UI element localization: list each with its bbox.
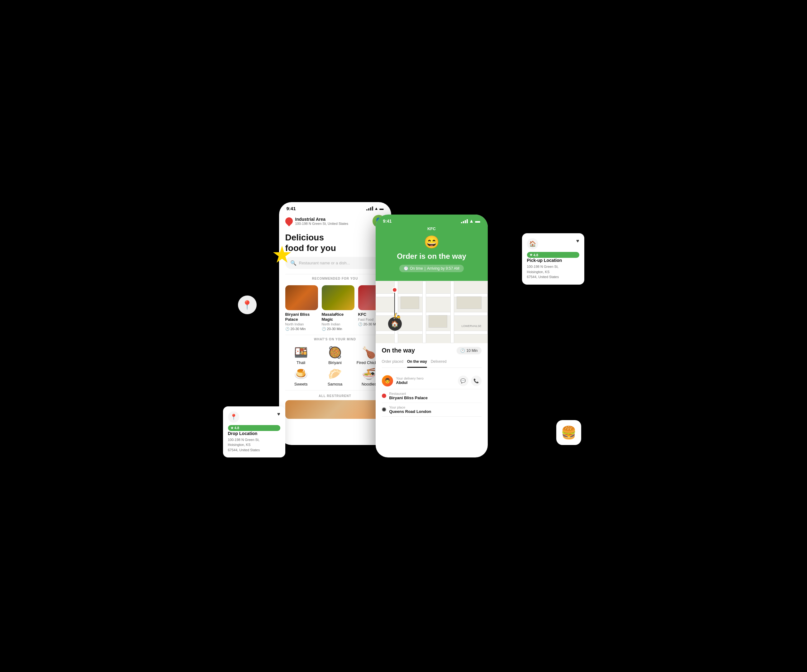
food-bag-card: 🍔 <box>556 420 581 445</box>
pickup-card-pin-area: 🏠 ♥ <box>527 238 580 249</box>
drop-rating-badge: ★ 4.8 <box>228 425 280 431</box>
restaurant-dot <box>382 393 386 398</box>
happy-emoji: 😄 <box>375 232 488 251</box>
pickup-location-card: 🏠 ♥ ★ 4.8 Pick-up Location 100-198 N Gre… <box>522 233 584 285</box>
signal-bar-2-2 <box>463 221 464 223</box>
location-name: Industrial Area <box>295 217 349 222</box>
biriyani-name: Biriyani <box>328 360 342 365</box>
location-text: Industrial Area 100-198 N Green St, Unit… <box>295 217 349 226</box>
chat-button[interactable]: 💬 <box>458 375 468 386</box>
your-place-row: Your place Queens Road London <box>382 403 482 416</box>
restaurant-label: Restaurant <box>389 392 428 395</box>
your-place-label: Your place <box>389 405 432 409</box>
pickup-star-icon: ★ <box>530 253 533 257</box>
restaurant-text: Restaurant Biryani Bliss Palace <box>389 392 428 400</box>
phone2-header: 9:41 ▲ ▬ KFC 😄 Order is on the way � <box>375 214 488 281</box>
food-card-biryani[interactable]: Biryani Bliss Palace North Indian 🕐 20-3… <box>285 285 318 331</box>
map-building-2 <box>428 315 447 328</box>
delivery-hero-label: Your delivery hero <box>396 377 423 380</box>
signal-bar-2 <box>368 208 369 211</box>
map-road-v2 <box>422 281 426 343</box>
progress-tabs: Order placed On the way Delivered <box>382 358 482 368</box>
your-place-value: Queens Road London <box>389 409 432 414</box>
food-image-masala <box>322 285 354 310</box>
delivery-hero-info: 👨 Your delivery hero Abdul <box>382 375 423 387</box>
map-area: LOWERVAILSE 🏠 🛵 <box>375 281 488 343</box>
call-button[interactable]: 📞 <box>471 375 482 386</box>
status-time-1: 9:41 <box>287 206 296 211</box>
status-bar-1: 9:41 ▲ ▬ <box>279 202 391 212</box>
food-time-masala: 🕐 20-30 Min <box>322 327 354 331</box>
noodles-emoji: 🍜 <box>362 367 376 380</box>
delivery-hero-avatar: 👨 <box>382 375 393 387</box>
on-time-section: 🕐 On time | Arriving by 9:57 AM <box>375 262 488 275</box>
tab-order-placed[interactable]: Order placed <box>382 358 407 365</box>
on-the-way-title: On the way <box>382 347 415 354</box>
clock-icon-2: 🕐 <box>460 348 465 353</box>
search-icon: 🔍 <box>290 260 297 266</box>
phone1-food-app: 9:41 ▲ ▬ Industrial Area 100-198 N Green… <box>279 202 391 445</box>
category-samosa[interactable]: 🥟 Samosa <box>319 367 351 387</box>
food-name-masala: MasalaRice Magic <box>322 312 354 322</box>
pickup-rating-badge: ★ 4.8 <box>527 252 580 258</box>
signal-bar-2-4 <box>467 219 468 223</box>
clock-icon: 🕐 <box>404 266 408 270</box>
location-pin-icon <box>284 216 294 226</box>
restaurant-name: Biryani Bliss Palace <box>389 395 428 400</box>
status-time-2: 9:41 <box>383 219 392 224</box>
category-biriyani[interactable]: 🥘 Biriyani <box>319 346 351 365</box>
delivery-action-icons: 💬 📞 <box>458 375 482 386</box>
categories-grid: 🍱 Thali 🥘 Biriyani 🍗 Fired Chicken 🍮 Swe… <box>279 343 391 389</box>
whats-on-mind-label: WHAT'S ON YOUR MIND <box>279 338 391 341</box>
food-card-masala[interactable]: MasalaRice Magic North Indian 🕐 20-30 Mi… <box>322 285 354 331</box>
restaurant-row: Restaurant Biryani Bliss Palace <box>382 389 482 403</box>
map-building-3 <box>457 297 482 309</box>
time-estimate: 10 Min <box>466 348 477 353</box>
map-road-v3 <box>450 281 454 343</box>
food-cuisine-masala: North Indian <box>322 322 354 326</box>
tab-on-the-way[interactable]: On the way <box>407 358 431 365</box>
pickup-card-title: Pick-up Location <box>527 258 580 263</box>
scene: 📍 ♥ ★ 4.8 Drop Location 100-198 N Green … <box>217 196 591 476</box>
pickup-heart-icon: ♥ <box>576 238 580 244</box>
food-name-biryani: Biryani Bliss Palace <box>285 312 318 322</box>
restaurant-preview-image <box>285 400 385 419</box>
samosa-emoji: 🥟 <box>328 367 342 380</box>
sweets-emoji: 🍮 <box>294 367 308 380</box>
signal-bars-2 <box>461 219 468 223</box>
delivery-hero-name: Abdul <box>396 380 423 385</box>
samosa-name: Samosa <box>328 382 343 387</box>
delivery-hero-text: Your delivery hero Abdul <box>396 377 423 385</box>
heart-icon: ♥ <box>277 411 280 417</box>
status-icons-1: ▲ ▬ <box>366 206 384 211</box>
all-restaurant-label: ALL RESTRURENT <box>279 392 391 400</box>
delivery-hero-row: 👨 Your delivery hero Abdul 💬 📞 <box>382 373 482 389</box>
noodles-name: Noodles <box>362 382 377 387</box>
battery-icon-1: ▬ <box>380 206 384 211</box>
drop-card-title: Drop Location <box>228 431 280 436</box>
signal-bars-1 <box>366 206 373 211</box>
search-placeholder-text: Restaurant name or a dish... <box>299 261 350 265</box>
category-sweets[interactable]: 🍮 Sweets <box>285 367 317 387</box>
food-image-biryani <box>285 285 318 310</box>
drop-card-address: 100-198 N Green St,Hoisington, KS67544, … <box>228 437 280 453</box>
signal-bar-3 <box>370 207 371 211</box>
phone1-title-section: Delicious food for you <box>279 231 391 257</box>
wifi-icon-1: ▲ <box>374 206 379 211</box>
battery-icon-2: ▬ <box>475 218 480 224</box>
signal-bar-4 <box>372 206 373 211</box>
recommended-label: RECOMMENDED FOR YOU <box>279 277 391 280</box>
wifi-icon-2: ▲ <box>469 218 474 224</box>
tab-delivered[interactable]: Delivered <box>431 358 450 365</box>
phone2-order-tracking: 9:41 ▲ ▬ KFC 😄 Order is on the way � <box>375 214 488 458</box>
location-pin-card: 📍 <box>238 295 257 314</box>
brand-label: KFC <box>375 225 488 232</box>
thali-emoji: 🍱 <box>294 346 308 359</box>
category-thali[interactable]: 🍱 Thali <box>285 346 317 365</box>
map-building-1 <box>400 297 419 309</box>
phone2-tracking-panel: On the way 🕐 10 Min Order placed On the … <box>375 343 488 420</box>
search-bar[interactable]: 🔍 Restaurant name or a dish... <box>285 257 385 269</box>
thali-name: Thali <box>297 360 305 365</box>
pickup-pin-icon: 🏠 <box>527 238 538 249</box>
food-time-biryani: 🕐 20-30 Min <box>285 327 318 331</box>
